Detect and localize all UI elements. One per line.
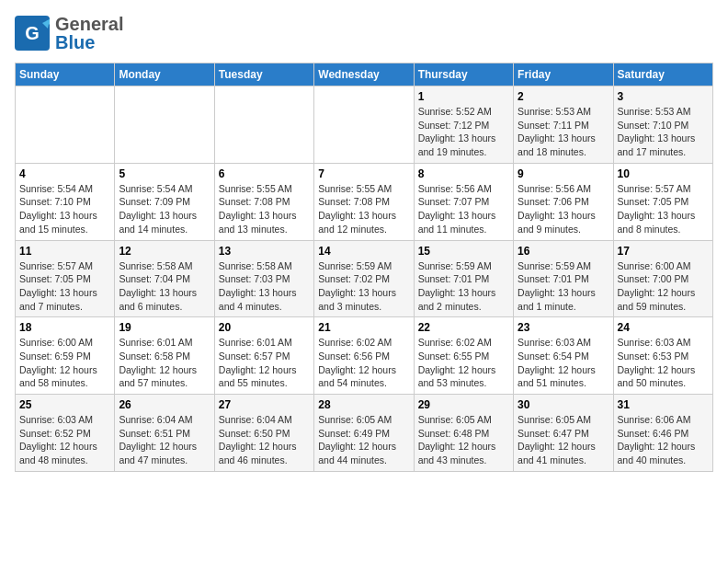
day-number: 7 — [318, 167, 409, 180]
day-number: 19 — [119, 321, 210, 334]
calendar-cell: 10Sunrise: 5:57 AMSunset: 7:05 PMDayligh… — [613, 163, 712, 240]
calendar-cell: 15Sunrise: 5:59 AMSunset: 7:01 PMDayligh… — [414, 240, 513, 317]
logo-icon: G — [15, 16, 50, 51]
day-number: 10 — [618, 167, 709, 180]
calendar-cell: 19Sunrise: 6:01 AMSunset: 6:58 PMDayligh… — [115, 317, 214, 395]
day-number: 3 — [618, 90, 709, 103]
day-info: Sunrise: 6:04 AMSunset: 6:51 PMDaylight:… — [119, 413, 210, 467]
calendar-cell: 30Sunrise: 6:05 AMSunset: 6:47 PMDayligh… — [514, 395, 613, 472]
day-number: 9 — [518, 167, 609, 180]
day-info: Sunrise: 6:02 AMSunset: 6:56 PMDaylight:… — [318, 336, 409, 390]
calendar-cell: 6Sunrise: 5:55 AMSunset: 7:08 PMDaylight… — [214, 163, 313, 240]
day-number: 15 — [418, 245, 509, 258]
day-info: Sunrise: 5:55 AMSunset: 7:08 PMDaylight:… — [318, 182, 409, 236]
day-number: 12 — [119, 245, 210, 258]
day-number: 24 — [618, 321, 709, 334]
day-number: 14 — [318, 245, 409, 258]
day-info: Sunrise: 6:06 AMSunset: 6:46 PMDaylight:… — [618, 413, 709, 467]
day-info: Sunrise: 6:04 AMSunset: 6:50 PMDaylight:… — [219, 413, 310, 467]
day-number: 11 — [19, 245, 110, 258]
calendar-cell: 9Sunrise: 5:56 AMSunset: 7:06 PMDaylight… — [514, 163, 613, 240]
day-info: Sunrise: 5:58 AMSunset: 7:04 PMDaylight:… — [119, 259, 210, 314]
calendar-cell — [214, 86, 313, 164]
day-info: Sunrise: 6:01 AMSunset: 6:57 PMDaylight:… — [219, 336, 310, 390]
day-number: 8 — [418, 167, 509, 180]
calendar-cell: 28Sunrise: 6:05 AMSunset: 6:49 PMDayligh… — [314, 395, 414, 472]
calendar-cell: 22Sunrise: 6:02 AMSunset: 6:55 PMDayligh… — [414, 317, 513, 395]
calendar-cell: 3Sunrise: 5:53 AMSunset: 7:10 PMDaylight… — [613, 86, 712, 164]
day-number: 13 — [219, 245, 310, 258]
day-info: Sunrise: 6:03 AMSunset: 6:54 PMDaylight:… — [518, 336, 609, 390]
day-info: Sunrise: 5:57 AMSunset: 7:05 PMDaylight:… — [19, 259, 110, 314]
calendar-cell — [115, 86, 214, 164]
day-number: 29 — [418, 398, 509, 411]
logo: G General Blue — [15, 15, 123, 52]
day-info: Sunrise: 5:53 AMSunset: 7:10 PMDaylight:… — [618, 105, 709, 159]
day-info: Sunrise: 5:52 AMSunset: 7:12 PMDaylight:… — [418, 105, 509, 159]
calendar-cell: 1Sunrise: 5:52 AMSunset: 7:12 PMDaylight… — [414, 86, 513, 164]
day-number: 25 — [19, 398, 110, 411]
day-number: 21 — [318, 321, 409, 334]
calendar-cell: 8Sunrise: 5:56 AMSunset: 7:07 PMDaylight… — [414, 163, 513, 240]
day-info: Sunrise: 5:59 AMSunset: 7:01 PMDaylight:… — [518, 259, 609, 314]
day-info: Sunrise: 6:00 AMSunset: 7:00 PMDaylight:… — [618, 259, 709, 314]
day-number: 28 — [318, 398, 409, 411]
day-number: 22 — [418, 321, 509, 334]
day-info: Sunrise: 6:03 AMSunset: 6:52 PMDaylight:… — [19, 413, 110, 467]
calendar-week-row: 4Sunrise: 5:54 AMSunset: 7:10 PMDaylight… — [16, 163, 713, 240]
calendar-cell: 11Sunrise: 5:57 AMSunset: 7:05 PMDayligh… — [16, 240, 115, 317]
calendar-cell: 4Sunrise: 5:54 AMSunset: 7:10 PMDaylight… — [16, 163, 115, 240]
weekday-header: Sunday — [16, 63, 115, 86]
calendar-table: SundayMondayTuesdayWednesdayThursdayFrid… — [15, 63, 713, 472]
day-number: 30 — [518, 398, 609, 411]
calendar-cell: 25Sunrise: 6:03 AMSunset: 6:52 PMDayligh… — [16, 395, 115, 472]
day-number: 20 — [219, 321, 310, 334]
day-info: Sunrise: 5:56 AMSunset: 7:07 PMDaylight:… — [418, 182, 509, 236]
day-number: 31 — [618, 398, 709, 411]
day-number: 16 — [518, 245, 609, 258]
calendar-week-row: 11Sunrise: 5:57 AMSunset: 7:05 PMDayligh… — [16, 240, 713, 317]
day-number: 23 — [518, 321, 609, 334]
day-info: Sunrise: 6:05 AMSunset: 6:48 PMDaylight:… — [418, 413, 509, 467]
day-info: Sunrise: 5:59 AMSunset: 7:01 PMDaylight:… — [418, 259, 509, 314]
day-info: Sunrise: 6:05 AMSunset: 6:49 PMDaylight:… — [318, 413, 409, 467]
weekday-header: Wednesday — [314, 63, 414, 86]
calendar-header-row: SundayMondayTuesdayWednesdayThursdayFrid… — [16, 63, 713, 86]
weekday-header: Monday — [115, 63, 214, 86]
weekday-header: Thursday — [414, 63, 513, 86]
calendar-cell — [314, 86, 414, 164]
calendar-cell: 27Sunrise: 6:04 AMSunset: 6:50 PMDayligh… — [214, 395, 313, 472]
weekday-header: Tuesday — [214, 63, 313, 86]
calendar-cell: 21Sunrise: 6:02 AMSunset: 6:56 PMDayligh… — [314, 317, 414, 395]
day-info: Sunrise: 5:53 AMSunset: 7:11 PMDaylight:… — [518, 105, 609, 159]
calendar-week-row: 25Sunrise: 6:03 AMSunset: 6:52 PMDayligh… — [16, 395, 713, 472]
day-number: 5 — [119, 167, 210, 180]
calendar-cell: 29Sunrise: 6:05 AMSunset: 6:48 PMDayligh… — [414, 395, 513, 472]
calendar-cell: 31Sunrise: 6:06 AMSunset: 6:46 PMDayligh… — [613, 395, 712, 472]
day-info: Sunrise: 5:56 AMSunset: 7:06 PMDaylight:… — [518, 182, 609, 236]
page-header: G General Blue — [15, 15, 713, 52]
day-number: 26 — [119, 398, 210, 411]
weekday-header: Saturday — [613, 63, 712, 86]
calendar-cell: 18Sunrise: 6:00 AMSunset: 6:59 PMDayligh… — [16, 317, 115, 395]
calendar-cell — [16, 86, 115, 164]
calendar-cell: 12Sunrise: 5:58 AMSunset: 7:04 PMDayligh… — [115, 240, 214, 317]
calendar-cell: 16Sunrise: 5:59 AMSunset: 7:01 PMDayligh… — [514, 240, 613, 317]
calendar-cell: 14Sunrise: 5:59 AMSunset: 7:02 PMDayligh… — [314, 240, 414, 317]
calendar-cell: 7Sunrise: 5:55 AMSunset: 7:08 PMDaylight… — [314, 163, 414, 240]
day-number: 18 — [19, 321, 110, 334]
day-info: Sunrise: 5:54 AMSunset: 7:10 PMDaylight:… — [19, 182, 110, 236]
day-info: Sunrise: 5:59 AMSunset: 7:02 PMDaylight:… — [318, 259, 409, 314]
calendar-week-row: 1Sunrise: 5:52 AMSunset: 7:12 PMDaylight… — [16, 86, 713, 164]
day-info: Sunrise: 6:02 AMSunset: 6:55 PMDaylight:… — [418, 336, 509, 390]
calendar-cell: 2Sunrise: 5:53 AMSunset: 7:11 PMDaylight… — [514, 86, 613, 164]
day-number: 6 — [219, 167, 310, 180]
day-number: 27 — [219, 398, 310, 411]
day-info: Sunrise: 6:01 AMSunset: 6:58 PMDaylight:… — [119, 336, 210, 390]
day-number: 2 — [518, 90, 609, 103]
calendar-cell: 5Sunrise: 5:54 AMSunset: 7:09 PMDaylight… — [115, 163, 214, 240]
calendar-week-row: 18Sunrise: 6:00 AMSunset: 6:59 PMDayligh… — [16, 317, 713, 395]
calendar-cell: 26Sunrise: 6:04 AMSunset: 6:51 PMDayligh… — [115, 395, 214, 472]
calendar-cell: 20Sunrise: 6:01 AMSunset: 6:57 PMDayligh… — [214, 317, 313, 395]
day-info: Sunrise: 6:00 AMSunset: 6:59 PMDaylight:… — [19, 336, 110, 390]
